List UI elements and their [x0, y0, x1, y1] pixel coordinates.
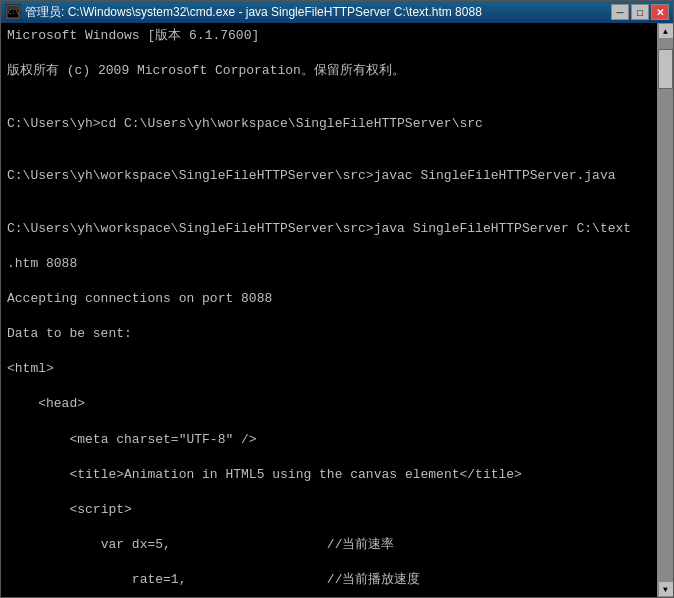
- terminal-line: .htm 8088: [7, 255, 651, 273]
- terminal-line: <meta charset="UTF-8" />: [7, 431, 651, 449]
- window: C:\ 管理员: C:\Windows\system32\cmd.exe - j…: [0, 0, 674, 598]
- minimize-button[interactable]: ─: [611, 4, 629, 20]
- terminal-line: 版权所有 (c) 2009 Microsoft Corporation。保留所有…: [7, 62, 651, 80]
- terminal-line: <html>: [7, 360, 651, 378]
- terminal-line: <title>Animation in HTML5 using the canv…: [7, 466, 651, 484]
- terminal-line: C:\Users\yh\workspace\SingleFileHTTPServ…: [7, 220, 651, 238]
- scrollbar-track: [658, 39, 673, 581]
- window-icon: C:\: [5, 4, 21, 20]
- svg-text:C:\: C:\: [8, 8, 19, 15]
- title-bar-left: C:\ 管理员: C:\Windows\system32\cmd.exe - j…: [5, 4, 482, 21]
- content-area: Microsoft Windows [版本 6.1.7600] 版权所有 (c)…: [1, 23, 673, 597]
- scrollbar[interactable]: ▲ ▼: [657, 23, 673, 597]
- terminal-line: <script>: [7, 501, 651, 519]
- terminal-line: Microsoft Windows [版本 6.1.7600]: [7, 27, 651, 45]
- terminal-line: Accepting connections on port 8088: [7, 290, 651, 308]
- terminal-line: Data to be sent:: [7, 325, 651, 343]
- terminal-line: rate=1, //当前播放速度: [7, 571, 651, 589]
- terminal-line: C:\Users\yh\workspace\SingleFileHTTPServ…: [7, 167, 651, 185]
- terminal-line: C:\Users\yh>cd C:\Users\yh\workspace\Sin…: [7, 115, 651, 133]
- title-bar-title: 管理员: C:\Windows\system32\cmd.exe - java …: [25, 4, 482, 21]
- title-bar-buttons: ─ □ ✕: [611, 4, 669, 20]
- scrollbar-thumb[interactable]: [658, 49, 673, 89]
- terminal-line: var dx=5, //当前速率: [7, 536, 651, 554]
- maximize-button[interactable]: □: [631, 4, 649, 20]
- terminal-line: <head>: [7, 395, 651, 413]
- scroll-up-arrow[interactable]: ▲: [658, 23, 674, 39]
- close-button[interactable]: ✕: [651, 4, 669, 20]
- terminal-output[interactable]: Microsoft Windows [版本 6.1.7600] 版权所有 (c)…: [1, 23, 657, 597]
- scroll-down-arrow[interactable]: ▼: [658, 581, 674, 597]
- title-bar: C:\ 管理员: C:\Windows\system32\cmd.exe - j…: [1, 1, 673, 23]
